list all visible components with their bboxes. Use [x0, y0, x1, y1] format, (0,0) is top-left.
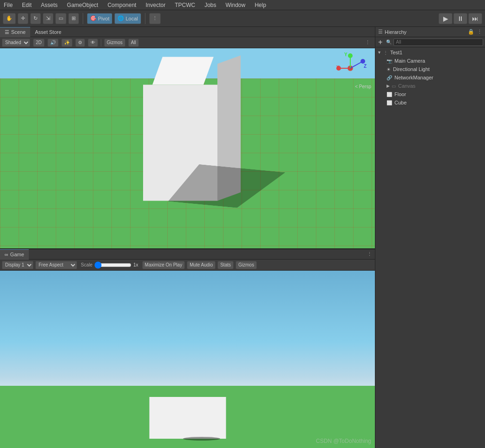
gizmo-z-label: Z	[364, 64, 367, 69]
scale-slider[interactable]	[94, 262, 131, 268]
menu-bar: File Edit Assets GameObject Component In…	[0, 0, 485, 10]
svg-point-4	[348, 53, 353, 58]
aspect-dropdown[interactable]: Free Aspect	[35, 261, 77, 269]
asset-store-tab[interactable]: Asset Store	[30, 27, 66, 37]
audio-button[interactable]: 🔊	[47, 39, 59, 47]
pivot-button[interactable]: 🎯 Pivot	[87, 13, 112, 24]
rotate-tool-button[interactable]: ↻	[30, 13, 41, 24]
game-background: CSDN @ToDoNothing	[0, 271, 375, 448]
game-cube	[149, 397, 226, 439]
game-view: ∞ Game ⋮ Display 1 Free Aspect Scale 1x …	[0, 248, 375, 448]
scale-value: 1x	[133, 262, 138, 267]
directional-light-label: Directional Light	[393, 66, 430, 72]
persp-label[interactable]: < Persp	[355, 84, 371, 89]
cube-label: Cube	[394, 100, 406, 105]
network-icon: 🔗	[387, 75, 392, 80]
scene-cube-container	[143, 84, 217, 201]
menu-assets[interactable]: Assets	[39, 1, 59, 9]
hierarchy-network-manager[interactable]: 🔗 NetworkManager	[375, 73, 485, 82]
all-button[interactable]: All	[128, 39, 139, 47]
scene-tab-bar: ☰ Scene Asset Store	[0, 27, 375, 37]
hierarchy-search-input[interactable]	[393, 39, 483, 46]
cube-icon: ⬜	[387, 100, 392, 105]
game-more-icon[interactable]: ⋮	[367, 251, 375, 257]
hierarchy-add-button[interactable]: +	[377, 39, 383, 46]
transform-tool-button[interactable]: ⊞	[68, 13, 79, 24]
hierarchy-floor[interactable]: ⬜ Floor	[375, 90, 485, 98]
scene-folder-icon: ⋮	[383, 50, 388, 55]
scene-layers-button[interactable]: ⚙	[75, 39, 85, 47]
gizmo-widget: X Y Z	[334, 52, 367, 84]
right-panel: ☰ Hierarchy 🔒 ⋮ + 🔍 ▼ ⋮ Test1 📷 Mai	[375, 27, 485, 448]
scene-gizmo[interactable]: X Y Z < Persp	[334, 52, 371, 89]
menu-tpcwc[interactable]: TPCWC	[173, 1, 197, 9]
hierarchy-lock-icon[interactable]: 🔒	[468, 29, 474, 35]
scene-name-label: Test1	[390, 50, 402, 55]
stats-button[interactable]: Stats	[217, 261, 234, 269]
local-button[interactable]: 🌐 Local	[114, 13, 141, 24]
snap-button[interactable]: ⋮	[149, 13, 161, 24]
asset-store-tab-label: Asset Store	[35, 29, 61, 35]
2d-button[interactable]: 2D	[33, 39, 45, 47]
floor-label: Floor	[394, 91, 406, 97]
scene-cube-top-face	[152, 57, 214, 84]
pause-button[interactable]: ⏸	[453, 13, 467, 24]
canvas-arrow-icon: ▶	[387, 84, 390, 88]
game-cube-shadow	[183, 437, 220, 441]
game-viewport: CSDN @ToDoNothing	[0, 271, 375, 448]
hierarchy-cube[interactable]: ⬜ Cube	[375, 98, 485, 107]
hierarchy-search-icon: 🔍	[386, 39, 392, 45]
scale-tool-button[interactable]: ⇲	[43, 13, 53, 24]
opts-sep-1	[101, 39, 101, 46]
scene-options-bar: Shaded 2D 🔊 ✨ ⚙ 👁 Gizmos All ⋮	[0, 37, 375, 48]
scene-viewport[interactable]: X Y Z < Persp	[0, 48, 375, 248]
scene-tab-label: Scene	[11, 29, 26, 35]
menu-help[interactable]: Help	[253, 1, 268, 9]
scene-more-icon[interactable]: ⋮	[362, 39, 373, 45]
game-tab-bar: ∞ Game ⋮	[0, 249, 375, 260]
menu-jobs[interactable]: Jobs	[203, 1, 218, 9]
hand-tool-button[interactable]: ✋	[3, 13, 16, 24]
toolbar-sep-2	[145, 13, 145, 24]
light-icon: ☀	[387, 67, 391, 72]
scene-tab[interactable]: ☰ Scene	[0, 27, 30, 37]
hierarchy-items: ▼ ⋮ Test1 📷 Main Camera ☀ Directional Li…	[375, 47, 485, 448]
rect-tool-button[interactable]: ▭	[55, 13, 66, 24]
main-area: ☰ Scene Asset Store Shaded 2D 🔊 ✨ ⚙ 👁 Gi…	[0, 27, 485, 448]
step-button[interactable]: ⏭	[468, 13, 482, 24]
move-tool-button[interactable]: ✛	[18, 13, 28, 24]
game-gizmos-button[interactable]: Gizmos	[236, 261, 257, 269]
game-options-bar: Display 1 Free Aspect Scale 1x Maximize …	[0, 260, 375, 271]
menu-edit[interactable]: Edit	[20, 1, 33, 9]
mute-audio-button[interactable]: Mute Audio	[187, 261, 216, 269]
gizmo-y-label: Y	[344, 52, 347, 57]
maximize-on-play-button[interactable]: Maximize On Play	[142, 261, 185, 269]
game-tab-label: Game	[10, 252, 24, 257]
menu-gameobject[interactable]: GameObject	[65, 1, 100, 9]
play-button[interactable]: ▶	[439, 13, 452, 24]
fx-button[interactable]: ✨	[61, 39, 72, 47]
menu-component[interactable]: Component	[105, 1, 138, 9]
floor-icon: ⬜	[387, 92, 392, 97]
game-tab[interactable]: ∞ Game	[0, 249, 29, 260]
hierarchy-options-icon[interactable]: ⋮	[477, 29, 482, 35]
scene-background: X Y Z < Persp	[0, 48, 375, 248]
display-dropdown[interactable]: Display 1	[2, 261, 33, 269]
toolbar-sep-1	[83, 13, 83, 24]
scene-vis-button[interactable]: 👁	[88, 39, 98, 47]
watermark: CSDN @ToDoNothing	[316, 438, 371, 444]
menu-file[interactable]: File	[2, 1, 14, 9]
canvas-icon: ▭	[392, 84, 396, 89]
hierarchy-main-camera[interactable]: 📷 Main Camera	[375, 57, 485, 65]
toolbar: ✋ ✛ ↻ ⇲ ▭ ⊞ 🎯 Pivot 🌐 Local ⋮ ▶ ⏸ ⏭	[0, 10, 485, 27]
hierarchy-canvas[interactable]: ▶ ▭ Canvas	[375, 82, 485, 90]
play-controls: ▶ ⏸ ⏭	[439, 13, 482, 24]
hierarchy-scene-item[interactable]: ▼ ⋮ Test1	[375, 48, 485, 57]
svg-point-6	[360, 59, 365, 64]
shading-dropdown[interactable]: Shaded	[2, 39, 30, 47]
menu-window[interactable]: Window	[224, 1, 248, 9]
menu-invector[interactable]: Invector	[144, 1, 167, 9]
hierarchy-directional-light[interactable]: ☀ Directional Light	[375, 65, 485, 73]
scale-label: Scale	[81, 262, 92, 267]
gizmos-button[interactable]: Gizmos	[104, 39, 125, 47]
